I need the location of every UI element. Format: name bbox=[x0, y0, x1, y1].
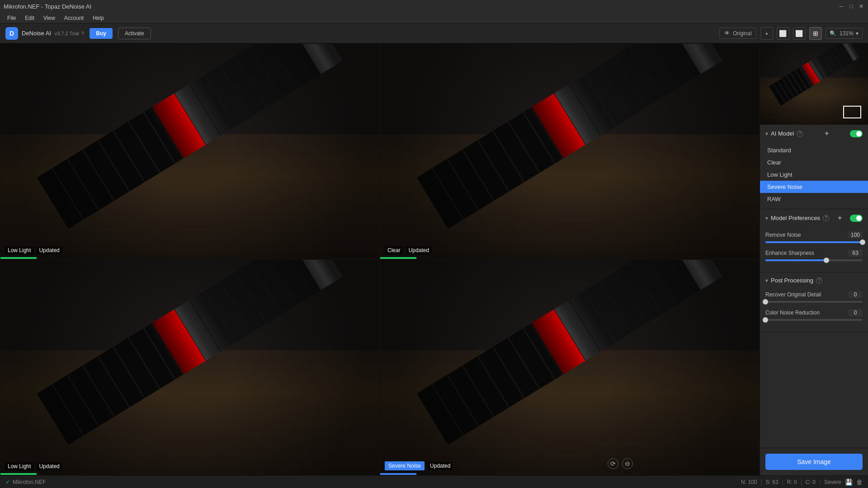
quad-top-right-underline bbox=[380, 257, 416, 259]
buy-button[interactable]: Buy bbox=[90, 28, 113, 39]
remove-noise-fill bbox=[765, 241, 863, 243]
status-check-icon: ✓ bbox=[5, 479, 10, 485]
quad-bottom-left-model: Low Light bbox=[5, 462, 33, 470]
close-button[interactable]: ✕ bbox=[858, 3, 864, 9]
recover-detail-value: 0 bbox=[848, 291, 863, 298]
right-panel: ▾ AI Model ? ✦ Standard Clear Low Light … bbox=[760, 43, 868, 475]
model-pref-toggle[interactable] bbox=[850, 215, 863, 222]
recover-detail-track[interactable] bbox=[765, 301, 863, 303]
save-area: Save Image bbox=[760, 448, 868, 475]
enhance-sharpness-track[interactable] bbox=[765, 259, 863, 261]
view-split-v-button[interactable]: ⬜ bbox=[793, 27, 806, 40]
statusbar-noise: N: 100 bbox=[741, 479, 757, 485]
recover-detail-label: Recover Original Detail bbox=[765, 291, 821, 298]
activate-button[interactable]: Activate bbox=[118, 28, 151, 39]
enhance-sharpness-label: Enhance Sharpness bbox=[765, 250, 814, 256]
post-proc-title: Post Processing bbox=[771, 277, 813, 284]
model-item-raw[interactable]: RAW bbox=[760, 193, 868, 205]
statusbar-cyan: C: 0 bbox=[806, 479, 816, 485]
minimize-button[interactable]: ─ bbox=[838, 3, 844, 9]
canvas-area[interactable]: Low Light Updated Clear Updated Low Ligh… bbox=[0, 43, 760, 475]
color-noise-track[interactable] bbox=[765, 319, 863, 321]
model-preferences-body: Remove Noise 100 Enhance Sharpness 63 bbox=[760, 227, 868, 272]
recover-detail-row: Recover Original Detail 0 bbox=[765, 291, 863, 303]
menu-file[interactable]: File bbox=[4, 14, 19, 22]
model-item-clear[interactable]: Clear bbox=[760, 156, 868, 169]
thumbnail-viewport-rect bbox=[843, 106, 861, 118]
ai-model-help-icon[interactable]: ? bbox=[797, 131, 803, 137]
post-proc-help-icon[interactable]: ? bbox=[816, 277, 822, 284]
titlebar-title: Mikrofon.NEF - Topaz DeNoise AI bbox=[4, 3, 91, 10]
post-processing-header[interactable]: ▾ Post Processing ? bbox=[760, 272, 868, 288]
color-noise-label: Color Noise Reduction bbox=[765, 310, 820, 316]
quad-bottom-left-underline bbox=[0, 473, 37, 475]
app-name-group: DeNoise AI v3.7.2 Trial ? bbox=[22, 30, 84, 37]
model-list: Standard Clear Low Light Severe Noise RA… bbox=[760, 142, 868, 209]
ai-model-title: AI Model bbox=[771, 130, 794, 137]
menu-help[interactable]: Help bbox=[89, 14, 108, 22]
remove-noise-thumb[interactable] bbox=[860, 239, 865, 245]
quad-top-right-label: Clear Updated bbox=[385, 246, 432, 254]
zoom-fit-button[interactable]: ⟳ bbox=[608, 458, 618, 469]
statusbar-save-icon[interactable]: 💾 bbox=[845, 479, 853, 486]
menu-account[interactable]: Account bbox=[61, 14, 87, 22]
statusbar-red: R: 0 bbox=[787, 479, 797, 485]
quad-bottom-right-label: Severe Noise Updated bbox=[385, 461, 453, 470]
model-preferences-header[interactable]: ▾ Model Preferences ? ✦ bbox=[760, 209, 868, 227]
view-quad-button[interactable]: ⊞ bbox=[809, 27, 822, 40]
menu-edit[interactable]: Edit bbox=[21, 14, 38, 22]
model-pref-help-icon[interactable]: ? bbox=[823, 215, 829, 221]
menu-view[interactable]: View bbox=[40, 14, 59, 22]
ai-model-toggle[interactable] bbox=[850, 130, 863, 137]
main-area: Low Light Updated Clear Updated Low Ligh… bbox=[0, 43, 868, 475]
post-processing-body: Recover Original Detail 0 Color Noise Re… bbox=[760, 288, 868, 332]
quad-bottom-left: Low Light Updated bbox=[0, 259, 380, 475]
quad-grid: Low Light Updated Clear Updated Low Ligh… bbox=[0, 43, 760, 475]
model-pref-title: Model Preferences bbox=[771, 215, 820, 221]
eye-icon: 👁 bbox=[724, 30, 730, 37]
view-single-button[interactable]: ▪ bbox=[760, 27, 773, 40]
remove-noise-row: Remove Noise 100 bbox=[765, 231, 863, 243]
quad-top-left-underline bbox=[0, 257, 37, 259]
quad-bottom-right: Severe Noise Updated bbox=[380, 259, 760, 475]
app-name: DeNoise AI v3.7.2 Trial ? bbox=[22, 30, 84, 37]
quad-top-left-status: Updated bbox=[36, 246, 62, 254]
model-item-severe-noise[interactable]: Severe Noise bbox=[760, 181, 868, 193]
toolbar: D DeNoise AI v3.7.2 Trial ? Buy Activate… bbox=[0, 23, 868, 43]
quad-top-left-model: Low Light bbox=[5, 246, 33, 254]
recover-detail-thumb[interactable] bbox=[763, 299, 768, 305]
zoom-display: 🔍 131% ▾ bbox=[826, 28, 863, 39]
color-noise-row: Color Noise Reduction 0 bbox=[765, 309, 863, 321]
statusbar-delete-icon[interactable]: 🗑 bbox=[856, 479, 863, 486]
logo-area: D DeNoise AI v3.7.2 Trial ? bbox=[5, 27, 84, 40]
quad-bottom-right-underline bbox=[380, 473, 416, 475]
save-image-button[interactable]: Save Image bbox=[765, 454, 863, 470]
quad-top-left: Low Light Updated bbox=[0, 43, 380, 259]
statusbar-filename: Mikrofon.NEF bbox=[13, 479, 46, 485]
quad-top-left-label: Low Light Updated bbox=[5, 246, 62, 254]
remove-noise-value: 100 bbox=[848, 231, 863, 239]
quad-bottom-left-label: Low Light Updated bbox=[5, 462, 62, 470]
nav-icons: ⟳ ⊖ bbox=[608, 458, 633, 469]
statusbar-right: N: 100 | S: 63 | R: 0 | C: 0 | Severe 💾 … bbox=[741, 479, 863, 486]
color-noise-thumb[interactable] bbox=[763, 317, 768, 323]
statusbar-model: Severe bbox=[824, 479, 841, 485]
ai-model-header[interactable]: ▾ AI Model ? ✦ bbox=[760, 125, 868, 142]
model-item-low-light[interactable]: Low Light bbox=[760, 169, 868, 181]
quad-top-right-model: Clear bbox=[385, 246, 403, 254]
enhance-sharpness-value: 63 bbox=[848, 249, 863, 257]
menubar: File Edit View Account Help bbox=[0, 13, 868, 23]
model-item-standard[interactable]: Standard bbox=[760, 144, 868, 156]
remove-noise-track[interactable] bbox=[765, 241, 863, 243]
zoom-reset-button[interactable]: ⊖ bbox=[622, 458, 633, 469]
titlebar: Mikrofon.NEF - Topaz DeNoise AI ─ □ ✕ bbox=[0, 0, 868, 13]
color-noise-value: 0 bbox=[848, 309, 863, 316]
post-proc-chevron: ▾ bbox=[765, 277, 768, 284]
original-button[interactable]: 👁 Original bbox=[719, 28, 756, 39]
view-split-h-button[interactable]: ⬜ bbox=[777, 27, 789, 40]
enhance-sharpness-thumb[interactable] bbox=[824, 258, 829, 263]
maximize-button[interactable]: □ bbox=[848, 3, 854, 9]
model-pref-chevron: ▾ bbox=[765, 215, 768, 221]
ai-model-chevron: ▾ bbox=[765, 131, 768, 137]
quad-bottom-right-status: Updated bbox=[427, 462, 453, 470]
